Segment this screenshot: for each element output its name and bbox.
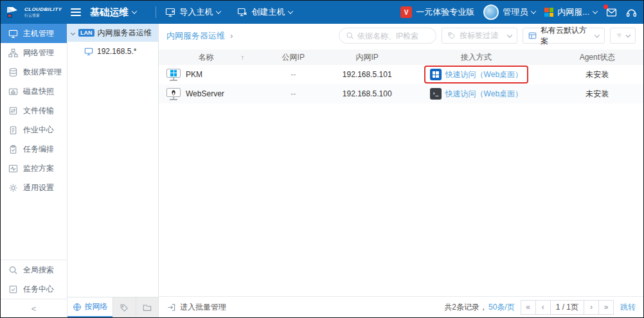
host-name-cell: PKM	[159, 69, 253, 81]
terminal-icon: ›_	[430, 88, 442, 100]
quick-access-link-windows[interactable]: 快速访问（Web桌面）	[430, 69, 523, 80]
topbar: CLOUDBILITY 行云管家 基础运维 导入主机 创建主机 V 一元体验专业…	[1, 1, 643, 24]
sidebar-item-disk-snapshot[interactable]: 磁盘快照	[1, 82, 67, 101]
first-page-button[interactable]: «	[521, 300, 536, 315]
sidebar-item-label: 网络管理	[23, 48, 54, 58]
upgrade-plan-label: 一元体验专业版	[416, 6, 474, 18]
notification-dot	[604, 4, 608, 9]
quick-access-label[interactable]: 快速访问（Web桌面）	[445, 69, 523, 80]
chevron-down-icon	[132, 8, 137, 13]
pager: « ‹ 1 / 1页 › »	[521, 300, 614, 315]
windows-host-icon	[166, 69, 181, 81]
user-menu[interactable]: 管理员	[483, 4, 535, 20]
last-page-button[interactable]: »	[598, 300, 614, 315]
sidebar-item-label: 数据库管理	[23, 67, 62, 78]
task-clipboard-icon	[8, 145, 18, 154]
quick-access-link-terminal[interactable]: ›_ 快速访问（Web桌面）	[430, 88, 523, 100]
breadcrumb-item[interactable]: 内网服务器运维	[166, 30, 225, 42]
search-input[interactable]	[357, 31, 428, 40]
table-row-webserver[interactable]: WebServer -- 192.168.5.100 ›_ 快速访问（Web桌面…	[159, 84, 643, 103]
tag-icon	[120, 303, 129, 312]
sidebar-item-task-center[interactable]: 任务中心	[1, 279, 67, 299]
record-count: 共2条记录，	[444, 302, 487, 313]
column-header-public-ip[interactable]: 公网IP	[253, 52, 333, 63]
column-header-access[interactable]: 接入方式	[401, 52, 551, 63]
messages-button[interactable]	[606, 7, 617, 18]
sidebar-spacer	[1, 197, 67, 260]
host-table: 名称 ↑ 公网IP 内网IP 接入方式 Agent状态 PK	[159, 49, 643, 103]
prev-page-button[interactable]: ‹	[535, 300, 551, 315]
brand-text: CLOUDBILITY 行云管家	[24, 7, 62, 17]
column-header-private-ip[interactable]: 内网IP	[333, 52, 401, 63]
page-size-selector[interactable]: 50条/页	[488, 302, 515, 313]
tab-label: 按网络	[85, 301, 108, 312]
private-ip-cell: 192.168.5.101	[333, 70, 401, 79]
import-host-label: 导入主机	[179, 6, 213, 18]
tab-by-folder[interactable]	[136, 297, 159, 317]
public-ip-cell: --	[253, 89, 333, 98]
sidebar-item-database-management[interactable]: 数据库管理	[1, 62, 67, 82]
quick-access-label[interactable]: 快速访问（Web桌面）	[445, 89, 523, 100]
database-icon	[8, 67, 18, 77]
network-icon	[8, 48, 18, 58]
tab-by-network[interactable]: 按网络	[67, 297, 112, 317]
host-name-cell: WebServer	[159, 88, 253, 100]
topbar-divider	[156, 6, 156, 18]
sidebar-item-task-orchestration[interactable]: 任务编排	[1, 139, 67, 159]
main-footer: 进入批量管理 共2条记录， 50条/页 « ‹ 1 / 1页 › » 跳转	[159, 296, 643, 317]
breadcrumb[interactable]: 内网服务器运维 ›	[166, 30, 233, 42]
table-row-pkm[interactable]: PKM -- 192.168.5.101 快速访问（Web桌面） 未安装	[159, 65, 643, 84]
sidebar-item-job-center[interactable]: 作业中心	[1, 120, 67, 139]
windows-desktop-icon	[430, 69, 442, 80]
agent-status-cell: 未安装	[551, 69, 643, 80]
user-name: 管理员	[503, 6, 528, 18]
sidebar-item-host-management[interactable]: 主机管理	[1, 24, 67, 43]
create-host-menu[interactable]: 创建主机	[237, 6, 292, 18]
column-filter-dropdown[interactable]	[610, 28, 636, 44]
tag-filter-dropdown[interactable]: 按标签过滤	[442, 28, 517, 44]
column-header-agent[interactable]: Agent状态	[551, 52, 643, 63]
waveform-icon	[8, 164, 18, 173]
sidebar-item-label: 文件传输	[23, 105, 54, 116]
upgrade-plan-button[interactable]: V 一元体验专业版	[400, 6, 474, 18]
tree-node-subnet[interactable]: 192.168.5.*	[67, 42, 158, 61]
hamburger-menu-icon[interactable]	[71, 8, 81, 16]
column-header-name[interactable]: 名称 ↑	[159, 52, 253, 63]
primary-nav-dropdown[interactable]: 基础运维	[90, 6, 136, 19]
team-label: 内网服...	[557, 6, 589, 18]
jump-to-page-button[interactable]: 跳转	[620, 302, 636, 313]
tab-by-tag[interactable]	[112, 297, 136, 317]
clipboard-icon	[8, 125, 18, 135]
main-toolbar: 内网服务器运维 › 按标签过滤 私有云默认方案	[159, 24, 643, 48]
sidebar-collapse-button[interactable]: <	[1, 299, 67, 317]
sidebar-item-network-management[interactable]: 网络管理	[1, 43, 67, 62]
host-name: WebServer	[186, 89, 224, 98]
team-switcher[interactable]: 内网服...	[544, 6, 597, 18]
access-cell: ›_ 快速访问（Web桌面）	[401, 88, 551, 100]
tree-group-lan[interactable]: LAN 内网服务器运维	[67, 24, 158, 42]
scheme-selector-dropdown[interactable]: 私有云默认方案	[523, 28, 605, 44]
globe-icon	[73, 303, 82, 312]
import-host-menu[interactable]: 导入主机	[165, 6, 220, 18]
vip-badge-icon: V	[400, 6, 412, 18]
sidebar-item-file-transfer[interactable]: 文件传输	[1, 101, 67, 120]
table-header-row: 名称 ↑ 公网IP 内网IP 接入方式 Agent状态	[159, 49, 643, 65]
monitor-icon	[8, 29, 18, 39]
sort-ascending-icon[interactable]: ↑	[241, 53, 245, 61]
search-icon	[8, 265, 18, 275]
brand-logo[interactable]: CLOUDBILITY 行云管家	[6, 5, 62, 19]
sidebar-item-general-settings[interactable]: 通用设置	[1, 178, 67, 197]
host-search-box[interactable]	[339, 28, 436, 44]
sidebar-item-monitoring-plan[interactable]: 监控方案	[1, 159, 67, 178]
next-page-button[interactable]: ›	[584, 300, 599, 315]
primary-sidebar: 主机管理 网络管理 数据库管理 磁盘快照 文件传输 作业中心	[1, 24, 67, 317]
tree-spacer	[67, 61, 158, 297]
headset-icon[interactable]	[626, 7, 637, 18]
chevron-down-icon	[216, 8, 221, 13]
batch-management-label: 进入批量管理	[180, 302, 226, 313]
batch-management-button[interactable]: 进入批量管理	[166, 302, 226, 313]
chevron-down-icon	[531, 8, 536, 13]
chevron-down-icon	[595, 32, 600, 37]
linux-host-icon	[166, 88, 181, 100]
sidebar-item-global-search[interactable]: 全局搜索	[1, 260, 67, 279]
